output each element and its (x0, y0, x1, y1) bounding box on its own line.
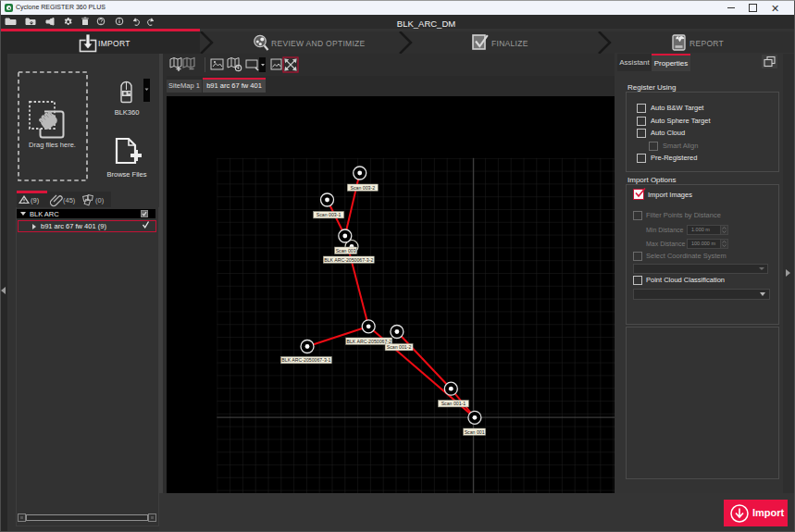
svg-text:Scan 003: Scan 003 (336, 248, 356, 254)
svg-text:Scan 001: Scan 001 (465, 429, 485, 435)
svg-text:Scan 003-2: Scan 003-2 (351, 185, 376, 191)
svg-text:BLK ARC-2050067-2: BLK ARC-2050067-2 (346, 339, 391, 344)
svg-text:Scan 003-1: Scan 003-1 (317, 212, 342, 217)
svg-text:Scan 001-2: Scan 001-2 (387, 344, 412, 350)
svg-text:BLK ARC-2050067-3-2: BLK ARC-2050067-3-2 (324, 257, 373, 263)
svg-text:BLK ARC-2050067-3-1: BLK ARC-2050067-3-1 (281, 357, 330, 363)
svg-text:Scan 001-1: Scan 001-1 (441, 401, 466, 406)
